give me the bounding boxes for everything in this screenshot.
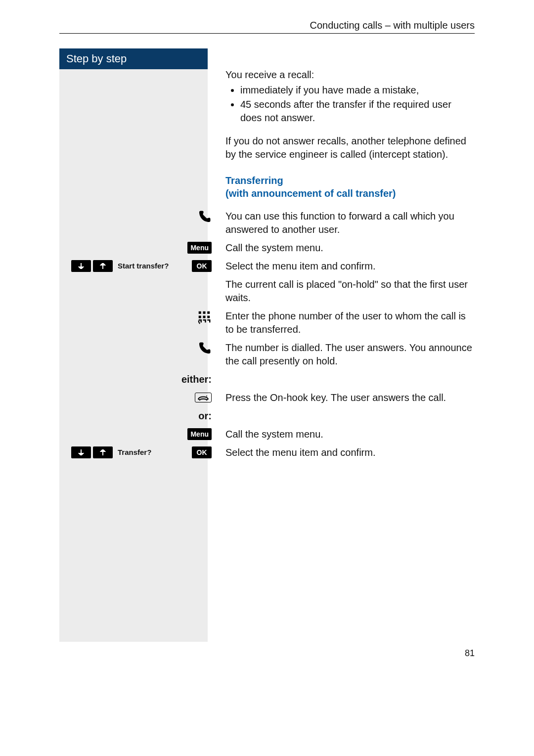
handset-icon xyxy=(197,210,212,228)
svg-rect-5 xyxy=(207,316,210,318)
svg-rect-4 xyxy=(203,316,206,318)
onhook-icon xyxy=(195,393,212,402)
svg-rect-1 xyxy=(203,311,206,314)
arrow-up-icon[interactable] xyxy=(93,260,113,272)
svg-rect-2 xyxy=(207,311,210,314)
page-number: 81 xyxy=(68,647,475,659)
recall-bullets: immediately if you have made a mistake, … xyxy=(225,84,475,125)
content-area: Step by step You receive a recall: immed… xyxy=(59,48,475,659)
either-label: either: xyxy=(181,373,212,386)
arrow-down-icon[interactable] xyxy=(71,260,91,272)
ok-button[interactable]: OK xyxy=(192,260,212,272)
menu-item-transfer: Transfer? xyxy=(115,447,190,457)
call-menu-text: Call the system menu. xyxy=(217,241,475,255)
main-text: You receive a recall: immediately if you… xyxy=(59,48,475,659)
forward-desc: You can use this function to forward a c… xyxy=(217,210,475,236)
recall-bullet-1: immediately if you have made a mistake, xyxy=(240,84,475,97)
onhold-text: The current call is placed "on-hold" so … xyxy=(217,278,475,305)
keypad-icon xyxy=(197,310,212,328)
arrow-down-icon[interactable] xyxy=(71,446,91,458)
menu-item-start-transfer: Start transfer? xyxy=(115,261,190,271)
select-confirm-1: Select the menu item and confirm. xyxy=(217,260,475,273)
svg-point-6 xyxy=(206,396,207,397)
ok-button[interactable]: OK xyxy=(192,446,212,458)
call-menu-text-2: Call the system menu. xyxy=(217,428,475,441)
section-heading: Transferring (with announcement of call … xyxy=(225,174,475,200)
dialled-text: The number is dialled. The user answers.… xyxy=(217,341,475,368)
section-heading-1: Transferring xyxy=(225,175,283,186)
onhook-text: Press the On-hook key. The user answers … xyxy=(217,391,475,404)
handset-icon xyxy=(197,341,212,359)
svg-rect-3 xyxy=(199,316,201,318)
recall-note: If you do not answer recalls, another te… xyxy=(217,134,475,161)
section-heading-2: (with announcement of call transfer) xyxy=(225,188,396,199)
header-text: Conducting calls – with multiple users xyxy=(310,20,475,31)
arrow-up-icon[interactable] xyxy=(93,446,113,458)
menu-button[interactable]: Menu xyxy=(187,242,212,254)
recall-bullet-2: 45 seconds after the transfer if the req… xyxy=(240,98,475,125)
select-confirm-2: Select the menu item and confirm. xyxy=(217,446,475,459)
enter-number-text: Enter the phone number of the user to wh… xyxy=(217,310,475,336)
svg-rect-0 xyxy=(199,311,201,314)
recall-intro: You receive a recall: xyxy=(225,69,314,80)
or-label: or: xyxy=(198,409,212,423)
menu-button[interactable]: Menu xyxy=(187,428,212,440)
page-header: Conducting calls – with multiple users xyxy=(59,20,475,34)
